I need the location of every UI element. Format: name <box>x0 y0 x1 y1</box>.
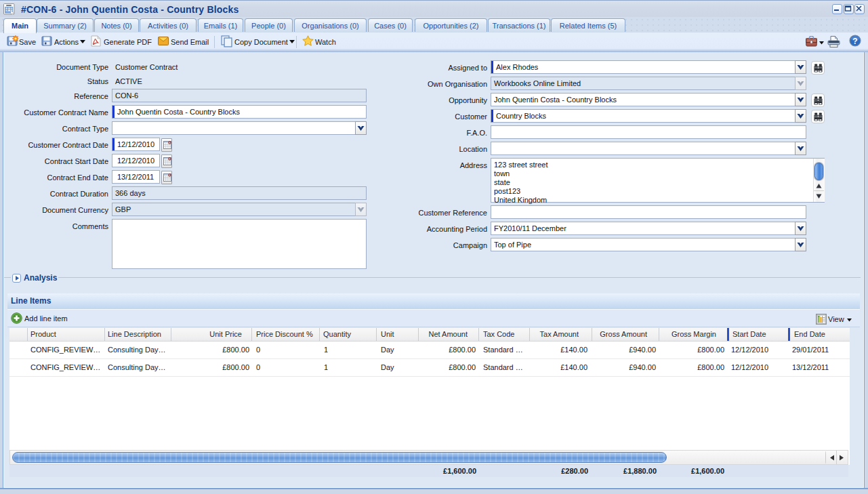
svg-text:?: ? <box>852 37 857 46</box>
